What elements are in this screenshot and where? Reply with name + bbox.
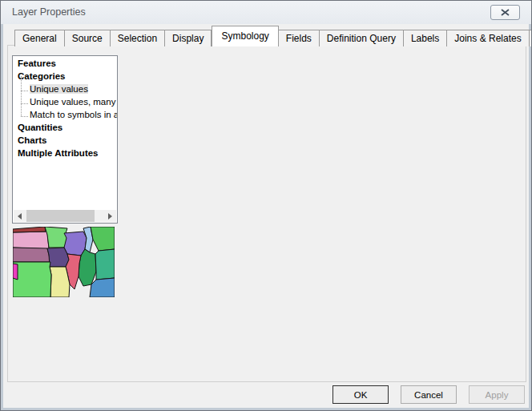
map-state: [79, 249, 96, 286]
layer-properties-dialog: Layer Properties General Source Selectio…: [0, 0, 532, 411]
tree-item-features[interactable]: Features: [18, 58, 56, 68]
scroll-right-arrow[interactable]: [104, 210, 116, 222]
window-title: Layer Properties: [12, 6, 86, 18]
tab-joins-relates[interactable]: Joins & Relates: [447, 30, 529, 46]
close-button[interactable]: [490, 5, 520, 20]
tree-item-match-symbols[interactable]: Match to symbols in a: [30, 110, 118, 119]
tab-time[interactable]: Time: [530, 30, 532, 46]
tab-display[interactable]: Display: [165, 30, 212, 46]
cancel-button[interactable]: Cancel: [401, 385, 457, 404]
tab-source[interactable]: Source: [65, 30, 111, 46]
scroll-left-arrow[interactable]: [14, 210, 26, 222]
map-state: [13, 262, 51, 297]
tree-item-quantities[interactable]: Quantities: [18, 123, 62, 132]
tree-item-label: Unique values: [30, 84, 88, 94]
tree-connector: [21, 103, 28, 104]
map-state: [13, 248, 50, 262]
tree-horizontal-scrollbar[interactable]: [14, 210, 116, 222]
tree-item-charts[interactable]: Charts: [18, 135, 46, 145]
show-tree: Features Categories Unique values Unique…: [12, 55, 118, 224]
map-state: [50, 267, 70, 297]
apply-button[interactable]: Apply: [469, 385, 525, 404]
tab-general[interactable]: General: [14, 30, 65, 46]
map-state: [90, 278, 115, 297]
map-state: [13, 232, 49, 249]
tab-strip: General Source Selection Display Symbolo…: [14, 26, 532, 46]
map-state: [13, 227, 46, 232]
tree-item-multiple-attributes[interactable]: Multiple Attributes: [18, 148, 99, 158]
map-state: [13, 264, 18, 280]
tree-item-categories[interactable]: Categories: [18, 71, 65, 81]
close-icon: [501, 9, 510, 16]
tree-item-unique-values[interactable]: Unique values: [30, 84, 88, 94]
scrollbar-thumb[interactable]: [26, 210, 95, 222]
tab-symbology[interactable]: Symbology: [212, 26, 278, 46]
tab-labels[interactable]: Labels: [404, 30, 447, 46]
map-state: [95, 249, 115, 280]
tab-definition-query[interactable]: Definition Query: [320, 30, 404, 46]
title-bar: Layer Properties: [1, 1, 531, 24]
tree-connector: [21, 76, 22, 116]
layer-map-preview: [13, 227, 115, 297]
tab-selection[interactable]: Selection: [111, 30, 165, 46]
tab-fields[interactable]: Fields: [279, 30, 320, 46]
left-arrow-icon: [18, 213, 22, 220]
right-arrow-icon: [108, 213, 112, 220]
tree-item-unique-values-many[interactable]: Unique values, many: [30, 97, 115, 107]
tree-connector: [21, 116, 28, 117]
tree-connector: [21, 91, 28, 91]
map-state: [91, 227, 115, 251]
ok-button[interactable]: OK: [332, 385, 389, 404]
